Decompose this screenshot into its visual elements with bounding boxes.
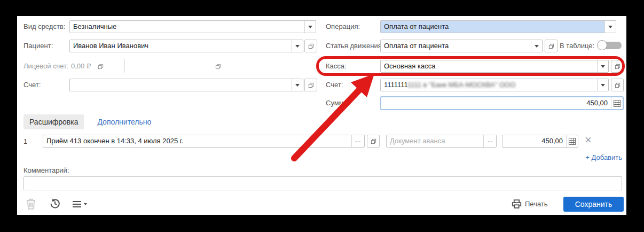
chevron-down-icon [295,84,300,87]
summa-calculator-button[interactable] [611,97,623,109]
open-link-icon [615,64,621,69]
licevoy-schet-value: 0,00 ₽ [71,62,91,70]
add-row-link[interactable]: + Добавить [585,153,622,161]
patient-open-button[interactable] [304,40,317,52]
open-link-icon [308,82,314,88]
ellipsis-icon: ... [487,137,492,143]
chevron-down-icon [601,84,605,87]
operation-value: Оплата от пациента [381,21,604,33]
statya-dvizheniya-combo[interactable]: Оплата от пациента [380,40,543,52]
patient-combo[interactable]: Иванов Иван Иванович [69,40,303,52]
account-number-clear: 1111111 [384,81,407,89]
save-label: Сохранить [575,200,612,208]
open-link-icon [98,64,104,69]
schet-right-label: Счет: [326,81,343,89]
save-button[interactable]: Сохранить [563,197,624,212]
statya-dvizheniya-dropdown-button[interactable] [531,40,542,52]
advance-document-field[interactable]: Документ аванса ... [386,135,497,148]
open-link-icon [215,64,221,69]
appointment-choose-button[interactable]: ... [351,135,364,147]
chevron-down-icon [601,65,605,68]
open-link-icon [308,43,314,49]
history-clock-icon [48,197,62,211]
secondary-open-button[interactable] [213,61,223,72]
schet-right-open-button[interactable] [611,79,624,91]
licevoy-schet-label: Лицевой счет: [23,62,69,71]
kassa-value: Основная касса [381,60,597,72]
statya-dvizheniya-open-button[interactable] [545,40,557,52]
operation-dropdown-button[interactable] [604,21,616,33]
vid-sredstv-label: Вид средств: [23,22,65,31]
row-amount-field[interactable]: 450,00 [502,135,578,148]
operation-combo[interactable]: Оплата от пациента [380,20,616,33]
schet-left-combo[interactable] [69,79,303,91]
appointment-field[interactable]: Приём 413 окончен в 14:33, 4 июля 2025 г… [43,135,365,148]
printer-icon [512,199,522,209]
row-amount-value: 450,00 [502,135,566,147]
tab-rasshifrovka[interactable]: Расшифровка [23,114,84,129]
statya-dvizheniya-label: Статья движения: [326,42,383,50]
statya-dvizheniya-value: Оплата от пациента [381,40,531,52]
summa-label: Сумма: [326,99,349,107]
licevoy-schet-open-button[interactable] [95,61,106,72]
advance-document-choose-button[interactable]: ... [483,135,496,147]
chevron-down-icon [84,203,87,205]
history-button[interactable] [48,197,62,212]
calculator-icon [569,138,576,145]
chevron-down-icon [308,26,312,28]
comment-input[interactable] [23,176,622,190]
schet-right-combo[interactable]: 11111111111 в "Банк МБА-МОСКВА" ООО [380,79,609,91]
v-tablice-label: В таблице: [560,42,594,50]
appointment-value: Приём 413 окончен в 14:33, 4 июля 2025 г… [43,135,351,147]
summa-field[interactable]: 450,00 [380,96,624,110]
toggle-knob [597,40,607,50]
patient-label: Пациент: [23,42,53,50]
patient-value: Иванов Иван Иванович [70,40,292,52]
v-tablice-toggle[interactable] [597,40,623,51]
row-number: 1 [23,137,27,145]
kassa-combo[interactable]: Основная касса [380,60,609,73]
payment-dialog: Вид средств: Безналичные Пациент: Иванов… [17,16,626,215]
print-button[interactable]: Печать [512,199,548,209]
tab-label: Расшифровка [29,118,78,126]
schet-right-value: 11111111111 в "Банк МБА-МОСКВА" ООО [381,79,597,91]
more-actions-button[interactable] [73,201,87,207]
kassa-open-button[interactable] [611,60,624,73]
row-delete-button[interactable]: × [585,135,592,145]
ellipsis-icon: ... [355,137,360,143]
comment-label: Комментарий: [23,166,69,175]
vid-sredstv-dropdown-button[interactable] [304,21,316,33]
close-icon: × [585,133,592,146]
open-link-icon [615,82,621,88]
kassa-dropdown-button[interactable] [597,60,608,72]
trash-icon [26,198,36,210]
vertical-divider [124,59,125,73]
advance-document-placeholder: Документ аванса [387,135,483,147]
account-number-blurred: 1111 в "Банк МБА-МОСКВА" ООО [407,81,515,89]
summa-value: 450,00 [381,97,611,109]
operation-label: Операция: [326,22,360,31]
patient-dropdown-button[interactable] [292,40,303,52]
schet-left-label: Счет: [23,81,41,89]
kassa-label: Касса: [326,62,347,71]
chevron-down-icon [535,45,539,48]
chevron-down-icon [608,26,612,28]
print-label: Печать [525,200,548,208]
delete-document-button[interactable] [26,198,36,212]
schet-left-dropdown-button[interactable] [292,79,303,91]
row-amount-calculator-button[interactable] [566,135,578,147]
chevron-down-icon [295,45,300,48]
open-link-icon [548,43,554,49]
tab-dopolnitelno[interactable]: Дополнительно [91,114,157,129]
vid-sredstv-combo[interactable]: Безналичные [69,20,316,33]
schet-right-dropdown-button[interactable] [597,79,608,91]
schet-left-open-button[interactable] [304,79,317,91]
open-link-icon [371,138,376,144]
calculator-icon [614,100,621,107]
menu-icon [73,201,81,207]
tab-label: Дополнительно [97,118,151,126]
tab-bar: Расшифровка Дополнительно [23,114,157,129]
vid-sredstv-value: Безналичные [70,21,304,33]
appointment-open-button[interactable] [367,135,380,148]
screenshot-stage: Вид средств: Безналичные Пациент: Иванов… [0,0,644,232]
